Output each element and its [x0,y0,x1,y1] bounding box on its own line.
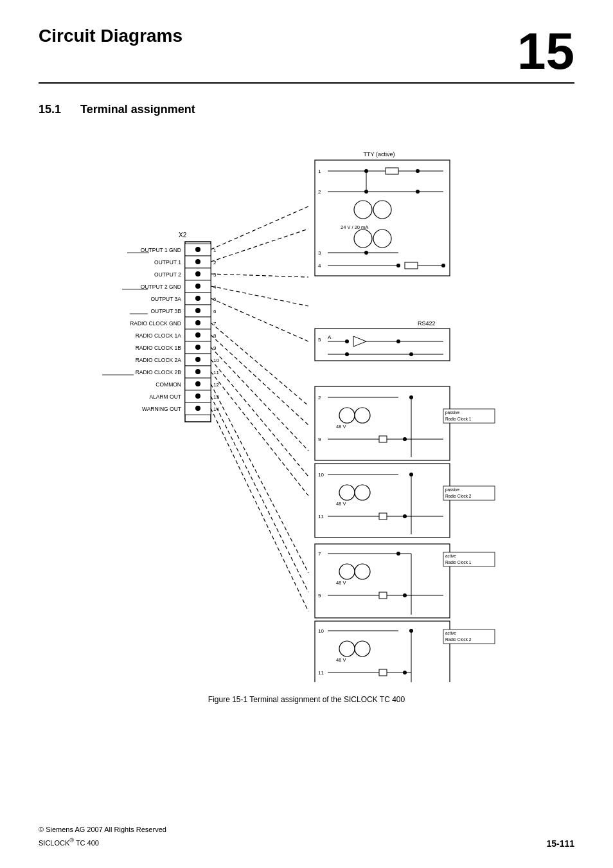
svg-text:ALARM OUT: ALARM OUT [149,393,181,400]
svg-text:9: 9 [318,437,321,442]
svg-point-90 [416,190,420,194]
svg-text:8: 8 [213,333,217,339]
svg-text:active: active [445,631,456,635]
svg-point-101 [396,264,400,267]
svg-line-69 [211,347,308,451]
svg-point-30 [195,357,200,362]
svg-text:OUTPUT 3A: OUTPUT 3A [150,296,181,302]
svg-point-18 [195,308,200,313]
svg-point-94 [354,230,372,248]
footer-left: © Siemens AG 2007 All Rights Reserved SI… [39,824,166,849]
svg-point-12 [195,284,200,289]
svg-point-130 [409,395,413,399]
svg-point-147 [409,473,413,476]
svg-text:RS422: RS422 [418,320,436,327]
svg-text:OUTPUT 3B: OUTPUT 3B [150,308,181,314]
svg-point-157 [355,564,370,579]
svg-text:Radio Clock 2: Radio Clock 2 [445,637,472,642]
svg-point-36 [195,381,200,386]
svg-text:active: active [445,554,456,558]
svg-text:7: 7 [318,551,321,557]
svg-point-27 [195,345,200,350]
svg-text:9: 9 [213,345,217,351]
svg-line-74 [211,408,308,611]
svg-point-113 [396,339,400,343]
chapter-number: 15 [517,26,574,77]
svg-rect-106 [315,329,450,361]
svg-text:11: 11 [318,514,324,520]
svg-point-121 [339,408,355,423]
footer: © Siemens AG 2007 All Rights Reserved SI… [39,824,574,849]
svg-rect-143 [379,513,387,520]
svg-text:5: 5 [318,337,321,343]
svg-point-104 [441,264,445,267]
svg-text:RADIO CLOCK 1A: RADIO CLOCK 1A [136,332,182,339]
svg-text:14: 14 [213,406,219,412]
svg-text:RADIO CLOCK 1B: RADIO CLOCK 1B [136,345,182,351]
svg-point-95 [373,230,391,248]
svg-point-24 [195,332,200,338]
svg-point-172 [339,641,355,656]
svg-rect-177 [379,669,387,676]
svg-text:4: 4 [318,263,321,269]
svg-text:COMMON: COMMON [155,381,181,388]
page: Circuit Diagrams 15 15.1 Terminal assign… [0,0,613,868]
svg-point-33 [195,369,200,374]
svg-rect-126 [379,436,387,442]
svg-text:A: A [328,334,332,340]
svg-line-66 [211,298,308,341]
svg-point-39 [195,393,200,399]
svg-text:10: 10 [318,628,324,634]
svg-point-155 [396,552,400,556]
svg-text:WARNING OUT: WARNING OUT [142,406,181,412]
svg-point-98 [364,251,368,255]
diagram-area: X2 1 2 3 4 [39,136,574,682]
svg-rect-102 [405,262,418,269]
svg-text:10: 10 [318,472,324,478]
section-number: 15.1 [39,103,61,116]
svg-line-64 [211,274,308,277]
svg-rect-161 [379,592,387,599]
svg-text:48 V: 48 V [336,424,346,429]
svg-text:11: 11 [318,670,324,676]
svg-text:OUTPUT 1 GND: OUTPUT 1 GND [141,247,181,253]
svg-text:Radio Clock 1: Radio Clock 1 [445,560,472,565]
svg-text:1: 1 [318,168,321,174]
svg-text:passive: passive [445,410,459,415]
svg-text:11: 11 [213,370,219,375]
svg-text:RADIO CLOCK GND: RADIO CLOCK GND [130,320,181,327]
svg-line-62 [211,206,308,249]
svg-point-110 [345,339,349,343]
svg-point-42 [195,406,200,411]
svg-point-122 [355,408,370,423]
chapter-header: Circuit Diagrams 15 [39,26,574,84]
svg-point-138 [339,485,355,500]
figure-caption: Figure 15-1 Terminal assignment of the S… [39,695,574,704]
svg-text:2: 2 [318,189,321,195]
svg-point-181 [409,629,413,633]
page-number: 15-111 [546,838,574,849]
svg-text:Radio Clock 2: Radio Clock 2 [445,494,472,498]
svg-text:OUTPUT 1: OUTPUT 1 [154,259,181,266]
svg-text:RADIO CLOCK 2B: RADIO CLOCK 2B [136,369,182,375]
product-text: SICLOCK® TC 400 [39,836,166,849]
svg-rect-80 [386,168,398,174]
svg-point-145 [403,514,407,518]
svg-line-72 [211,384,308,573]
svg-line-73 [211,396,308,592]
svg-text:48 V: 48 V [336,501,346,507]
svg-point-15 [195,296,200,301]
svg-line-65 [211,286,308,306]
svg-point-163 [403,593,407,597]
svg-point-156 [339,564,355,579]
svg-text:13: 13 [213,394,219,400]
svg-text:12: 12 [213,382,219,388]
svg-text:6: 6 [213,309,217,314]
svg-rect-152 [315,544,450,618]
chapter-title: Circuit Diagrams [39,26,182,46]
svg-text:3: 3 [318,250,321,256]
svg-text:48 V: 48 V [336,580,346,586]
svg-point-9 [195,271,200,276]
svg-text:7: 7 [213,321,217,327]
svg-point-92 [373,201,391,219]
